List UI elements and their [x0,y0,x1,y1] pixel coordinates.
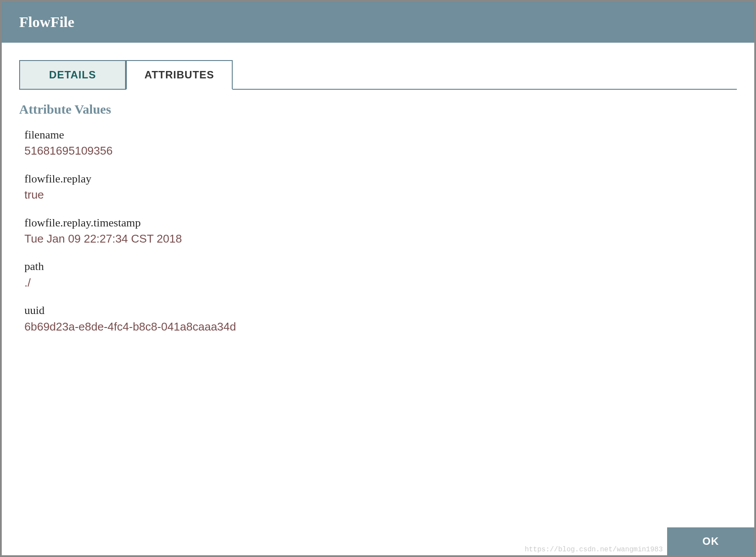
tab-details[interactable]: DETAILS [19,60,126,89]
attribute-key: flowfile.replay [24,171,737,187]
attribute-value: 6b69d23a-e8de-4fc4-b8c8-041a8caaa34d [24,319,737,334]
attribute-item: uuid 6b69d23a-e8de-4fc4-b8c8-041a8caaa34… [24,303,737,334]
dialog-footer: OK [667,527,754,555]
attribute-value: Tue Jan 09 22:27:34 CST 2018 [24,231,737,246]
attribute-key: filename [24,127,737,143]
flowfile-dialog: FlowFile DETAILS ATTRIBUTES Attribute Va… [2,2,754,555]
attribute-key: path [24,259,737,274]
dialog-title: FlowFile [2,2,754,43]
attribute-value: 51681695109356 [24,143,737,159]
attribute-list: filename 51681695109356 flowfile.replay … [19,127,737,334]
attribute-item: path ./ [24,259,737,290]
tab-bar: DETAILS ATTRIBUTES [19,60,737,90]
section-title: Attribute Values [19,102,737,117]
attribute-key: uuid [24,303,737,318]
ok-button[interactable]: OK [667,527,754,555]
watermark-text: https://blog.csdn.net/wangmin1983 [525,546,663,554]
attribute-item: flowfile.replay.timestamp Tue Jan 09 22:… [24,215,737,247]
dialog-body: DETAILS ATTRIBUTES Attribute Values file… [2,43,754,555]
attribute-value: true [24,187,737,203]
attribute-value: ./ [24,275,737,290]
attribute-key: flowfile.replay.timestamp [24,215,737,231]
tab-attributes[interactable]: ATTRIBUTES [126,60,233,90]
attribute-item: filename 51681695109356 [24,127,737,159]
attribute-item: flowfile.replay true [24,171,737,203]
